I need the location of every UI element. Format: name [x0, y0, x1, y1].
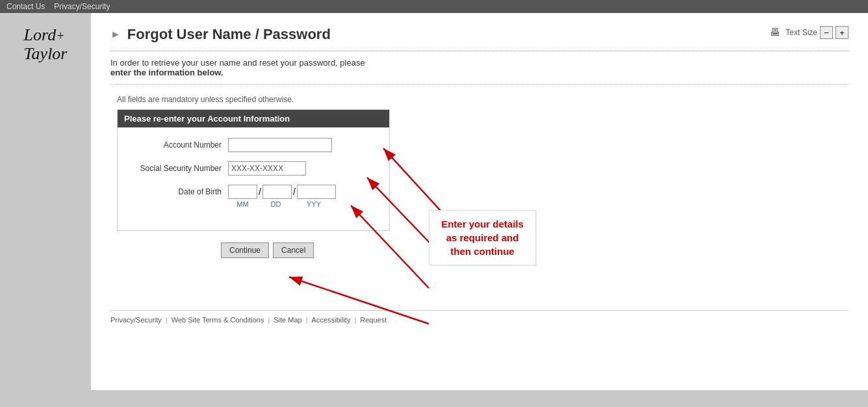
- dob-dd-input[interactable]: [262, 185, 292, 199]
- dob-fields: / / MM DD YYY: [228, 185, 336, 208]
- dob-sep-2: /: [293, 185, 296, 199]
- dob-label: Date of Birth: [124, 185, 228, 199]
- dob-mm-label: MM: [228, 200, 257, 208]
- logo-line1: Lord+: [24, 25, 65, 44]
- page-title-area: ► Forgot User Name / Password: [110, 26, 331, 43]
- account-number-label: Account Number: [124, 138, 228, 152]
- decrease-text-button[interactable]: −: [820, 26, 833, 39]
- footer-sep-4: |: [354, 316, 356, 324]
- dob-yyyy-input[interactable]: [297, 185, 336, 199]
- continue-button[interactable]: Continue: [221, 243, 269, 258]
- ssn-label: Social Security Number: [124, 161, 228, 176]
- account-info-section: Please re-enter your Account Information…: [117, 109, 390, 231]
- nav-privacy-security[interactable]: Privacy/Security: [54, 2, 110, 11]
- logo: Lord+ Taylor: [24, 26, 68, 63]
- dob-dd-label: DD: [261, 200, 290, 208]
- text-size-label: Text Size: [785, 28, 817, 37]
- ssn-input[interactable]: [228, 161, 306, 176]
- page-header: ► Forgot User Name / Password 🖶 Text Siz…: [110, 26, 849, 51]
- account-number-input[interactable]: [228, 138, 332, 152]
- dob-mm-input[interactable]: [228, 185, 257, 199]
- footer-sitemap[interactable]: Site Map: [274, 316, 301, 324]
- page-description: In order to retrieve your user name and …: [110, 58, 849, 77]
- form-section-header: Please re-enter your Account Information: [118, 110, 389, 127]
- increase-text-button[interactable]: +: [836, 26, 849, 39]
- mandatory-note: All fields are mandatory unless specifie…: [117, 95, 849, 104]
- footer-terms[interactable]: Web Site Terms & Conditions: [172, 316, 264, 324]
- form-body: Account Number Social Security Number Da…: [118, 127, 389, 230]
- ssn-row: Social Security Number: [124, 161, 383, 176]
- footer-sep-3: |: [306, 316, 308, 324]
- footer: Privacy/Security | Web Site Terms & Cond…: [110, 310, 849, 329]
- arrow-bullet-icon: ►: [110, 29, 121, 40]
- account-number-row: Account Number: [124, 138, 383, 152]
- footer-request[interactable]: Request: [360, 316, 387, 324]
- nav-contact-us[interactable]: Contact Us: [6, 2, 45, 11]
- dob-yyyy-label: YYY: [294, 200, 333, 208]
- footer-sep-1: |: [166, 316, 168, 324]
- page-title: Forgot User Name / Password: [127, 26, 331, 43]
- sidebar: Lord+ Taylor: [0, 13, 91, 390]
- callout-box: Enter your details as required and then …: [429, 210, 536, 265]
- logo-line2: Taylor: [24, 44, 68, 63]
- separator: [110, 84, 849, 85]
- dob-row: Date of Birth / / MM DD: [124, 185, 383, 208]
- printer-icon: 🖶: [770, 27, 780, 38]
- footer-privacy[interactable]: Privacy/Security: [110, 316, 162, 324]
- main-content: ► Forgot User Name / Password 🖶 Text Siz…: [91, 13, 868, 390]
- dob-sep-1: /: [259, 185, 261, 199]
- top-nav: Contact Us Privacy/Security: [0, 0, 868, 13]
- cancel-button[interactable]: Cancel: [273, 243, 314, 258]
- footer-accessibility[interactable]: Accessibility: [312, 316, 351, 324]
- text-size-controls: 🖶 Text Size − +: [770, 26, 849, 39]
- footer-sep-2: |: [268, 316, 270, 324]
